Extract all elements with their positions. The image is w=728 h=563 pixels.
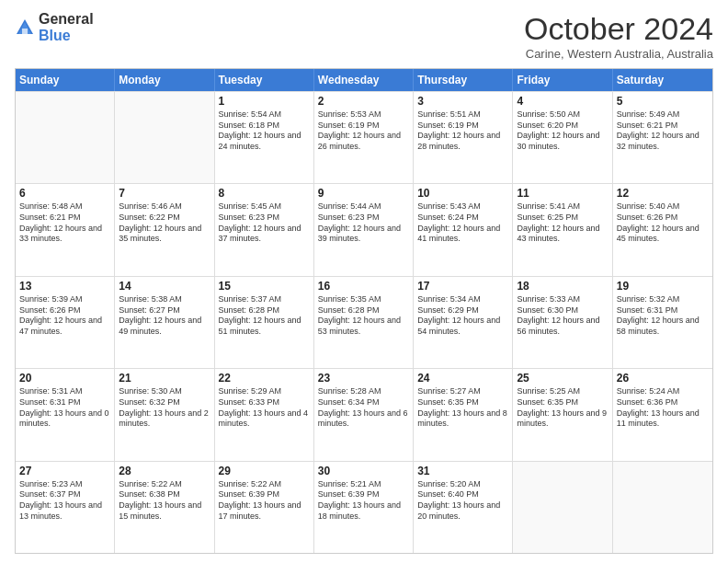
day-number: 2 (318, 95, 409, 108)
day-number: 5 (617, 95, 709, 108)
cal-cell-4-1: 28Sunrise: 5:22 AM Sunset: 6:38 PM Dayli… (115, 462, 214, 553)
cell-info: Sunrise: 5:38 AM Sunset: 6:27 PM Dayligh… (119, 294, 210, 338)
cal-cell-4-6 (613, 462, 712, 553)
day-number: 29 (219, 465, 310, 477)
cell-info: Sunrise: 5:24 AM Sunset: 6:36 PM Dayligh… (617, 386, 709, 430)
cal-cell-4-3: 30Sunrise: 5:21 AM Sunset: 6:39 PM Dayli… (314, 462, 414, 553)
day-number: 16 (318, 280, 409, 293)
cal-cell-0-2: 1Sunrise: 5:54 AM Sunset: 6:18 PM Daylig… (215, 92, 314, 183)
day-number: 31 (417, 465, 508, 477)
cal-cell-3-4: 24Sunrise: 5:27 AM Sunset: 6:35 PM Dayli… (414, 369, 513, 460)
calendar-header-row: SundayMondayTuesdayWednesdayThursdayFrid… (16, 69, 712, 91)
day-number: 1 (219, 95, 310, 108)
cal-cell-4-2: 29Sunrise: 5:22 AM Sunset: 6:39 PM Dayli… (215, 462, 314, 553)
cell-info: Sunrise: 5:22 AM Sunset: 6:38 PM Dayligh… (119, 479, 210, 523)
day-number: 3 (417, 95, 508, 108)
cell-info: Sunrise: 5:27 AM Sunset: 6:35 PM Dayligh… (417, 386, 508, 430)
cal-cell-2-0: 13Sunrise: 5:39 AM Sunset: 6:26 PM Dayli… (16, 277, 115, 368)
cell-info: Sunrise: 5:44 AM Sunset: 6:23 PM Dayligh… (318, 201, 409, 245)
cell-info: Sunrise: 5:35 AM Sunset: 6:28 PM Dayligh… (318, 294, 409, 338)
location-subtitle: Carine, Western Australia, Australia (524, 47, 713, 61)
cal-cell-4-4: 31Sunrise: 5:20 AM Sunset: 6:40 PM Dayli… (414, 462, 513, 553)
cal-cell-0-1 (115, 92, 214, 183)
month-title: October 2024 (524, 11, 713, 47)
cell-info: Sunrise: 5:20 AM Sunset: 6:40 PM Dayligh… (417, 479, 508, 523)
cell-info: Sunrise: 5:39 AM Sunset: 6:26 PM Dayligh… (19, 294, 110, 338)
cell-info: Sunrise: 5:25 AM Sunset: 6:35 PM Dayligh… (517, 386, 608, 430)
cal-row-4: 27Sunrise: 5:23 AM Sunset: 6:37 PM Dayli… (16, 461, 712, 553)
day-number: 30 (318, 465, 409, 477)
cal-cell-1-6: 12Sunrise: 5:40 AM Sunset: 6:26 PM Dayli… (613, 184, 712, 275)
day-number: 27 (19, 465, 110, 477)
day-number: 25 (517, 372, 608, 385)
day-number: 10 (417, 187, 508, 200)
cell-info: Sunrise: 5:54 AM Sunset: 6:18 PM Dayligh… (219, 109, 310, 153)
logo: General Blue (15, 11, 94, 43)
cell-info: Sunrise: 5:33 AM Sunset: 6:30 PM Dayligh… (517, 294, 608, 338)
cal-row-3: 20Sunrise: 5:31 AM Sunset: 6:31 PM Dayli… (16, 368, 712, 460)
calendar-body: 1Sunrise: 5:54 AM Sunset: 6:18 PM Daylig… (16, 91, 712, 553)
cell-info: Sunrise: 5:48 AM Sunset: 6:21 PM Dayligh… (19, 201, 110, 245)
cal-cell-4-0: 27Sunrise: 5:23 AM Sunset: 6:37 PM Dayli… (16, 462, 115, 553)
page: General Blue October 2024 Carine, Wester… (0, 0, 728, 563)
day-number: 18 (517, 280, 608, 293)
cell-info: Sunrise: 5:51 AM Sunset: 6:19 PM Dayligh… (417, 109, 508, 153)
day-number: 7 (119, 187, 210, 200)
day-number: 4 (517, 95, 608, 108)
cal-header-monday: Monday (115, 69, 214, 91)
cell-info: Sunrise: 5:40 AM Sunset: 6:26 PM Dayligh… (617, 201, 709, 245)
cal-cell-1-4: 10Sunrise: 5:43 AM Sunset: 6:24 PM Dayli… (414, 184, 513, 275)
cal-cell-2-6: 19Sunrise: 5:32 AM Sunset: 6:31 PM Dayli… (613, 277, 712, 368)
cell-info: Sunrise: 5:29 AM Sunset: 6:33 PM Dayligh… (219, 386, 310, 430)
logo-icon (15, 17, 35, 38)
cal-cell-3-3: 23Sunrise: 5:28 AM Sunset: 6:34 PM Dayli… (314, 369, 414, 460)
cal-header-thursday: Thursday (414, 69, 513, 91)
cell-info: Sunrise: 5:21 AM Sunset: 6:39 PM Dayligh… (318, 479, 409, 523)
day-number: 22 (219, 372, 310, 385)
day-number: 26 (617, 372, 709, 385)
day-number: 8 (219, 187, 310, 200)
cal-cell-1-1: 7Sunrise: 5:46 AM Sunset: 6:22 PM Daylig… (115, 184, 214, 275)
cell-info: Sunrise: 5:28 AM Sunset: 6:34 PM Dayligh… (318, 386, 409, 430)
title-block: October 2024 Carine, Western Australia, … (524, 11, 713, 61)
header: General Blue October 2024 Carine, Wester… (15, 11, 713, 61)
cal-cell-0-0 (16, 92, 115, 183)
day-number: 17 (417, 280, 508, 293)
day-number: 20 (19, 372, 110, 385)
cal-row-2: 13Sunrise: 5:39 AM Sunset: 6:26 PM Dayli… (16, 276, 712, 368)
day-number: 24 (417, 372, 508, 385)
cal-cell-1-0: 6Sunrise: 5:48 AM Sunset: 6:21 PM Daylig… (16, 184, 115, 275)
cal-cell-3-6: 26Sunrise: 5:24 AM Sunset: 6:36 PM Dayli… (613, 369, 712, 460)
cal-row-1: 6Sunrise: 5:48 AM Sunset: 6:21 PM Daylig… (16, 183, 712, 275)
day-number: 28 (119, 465, 210, 477)
cal-header-tuesday: Tuesday (215, 69, 314, 91)
cal-cell-3-0: 20Sunrise: 5:31 AM Sunset: 6:31 PM Dayli… (16, 369, 115, 460)
day-number: 23 (318, 372, 409, 385)
cal-cell-2-4: 17Sunrise: 5:34 AM Sunset: 6:29 PM Dayli… (414, 277, 513, 368)
cal-cell-4-5 (513, 462, 612, 553)
cal-cell-0-6: 5Sunrise: 5:49 AM Sunset: 6:21 PM Daylig… (613, 92, 712, 183)
cell-info: Sunrise: 5:53 AM Sunset: 6:19 PM Dayligh… (318, 109, 409, 153)
cell-info: Sunrise: 5:23 AM Sunset: 6:37 PM Dayligh… (19, 479, 110, 523)
cal-cell-0-5: 4Sunrise: 5:50 AM Sunset: 6:20 PM Daylig… (513, 92, 612, 183)
cal-row-0: 1Sunrise: 5:54 AM Sunset: 6:18 PM Daylig… (16, 91, 712, 183)
day-number: 19 (617, 280, 709, 293)
day-number: 11 (517, 187, 608, 200)
calendar: SundayMondayTuesdayWednesdayThursdayFrid… (15, 68, 713, 554)
cell-info: Sunrise: 5:32 AM Sunset: 6:31 PM Dayligh… (617, 294, 709, 338)
logo-text: General Blue (39, 11, 94, 43)
cell-info: Sunrise: 5:45 AM Sunset: 6:23 PM Dayligh… (219, 201, 310, 245)
cell-info: Sunrise: 5:41 AM Sunset: 6:25 PM Dayligh… (517, 201, 608, 245)
cal-cell-0-3: 2Sunrise: 5:53 AM Sunset: 6:19 PM Daylig… (314, 92, 414, 183)
svg-rect-2 (22, 29, 28, 34)
cell-info: Sunrise: 5:31 AM Sunset: 6:31 PM Dayligh… (19, 386, 110, 430)
day-number: 14 (119, 280, 210, 293)
cell-info: Sunrise: 5:37 AM Sunset: 6:28 PM Dayligh… (219, 294, 310, 338)
cal-header-friday: Friday (513, 69, 612, 91)
day-number: 21 (119, 372, 210, 385)
cell-info: Sunrise: 5:46 AM Sunset: 6:22 PM Dayligh… (119, 201, 210, 245)
cell-info: Sunrise: 5:22 AM Sunset: 6:39 PM Dayligh… (219, 479, 310, 523)
cal-cell-3-1: 21Sunrise: 5:30 AM Sunset: 6:32 PM Dayli… (115, 369, 214, 460)
cell-info: Sunrise: 5:34 AM Sunset: 6:29 PM Dayligh… (417, 294, 508, 338)
day-number: 12 (617, 187, 709, 200)
